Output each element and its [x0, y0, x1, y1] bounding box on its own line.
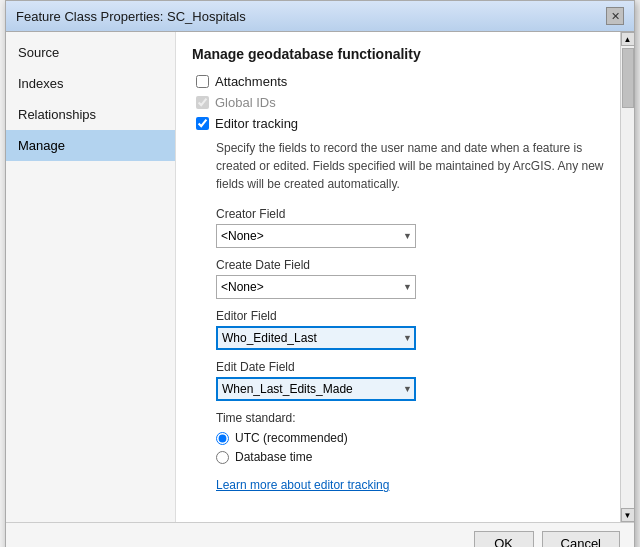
- editor-field-label: Editor Field: [216, 309, 618, 323]
- editor-field-wrapper: Who_Edited_Last: [216, 326, 416, 350]
- editor-tracking-checkbox[interactable]: [196, 117, 209, 130]
- editor-field-select[interactable]: Who_Edited_Last: [216, 326, 416, 350]
- creator-field-label: Creator Field: [216, 207, 618, 221]
- sidebar-item-manage[interactable]: Manage: [6, 130, 175, 161]
- creator-field-select[interactable]: <None>: [216, 224, 416, 248]
- database-time-radio[interactable]: [216, 451, 229, 464]
- sidebar-item-relationships[interactable]: Relationships: [6, 99, 175, 130]
- scrollbar-thumb[interactable]: [622, 48, 634, 108]
- scrollbar-down-arrow[interactable]: ▼: [621, 508, 635, 522]
- title-bar: Feature Class Properties: SC_Hospitals ✕: [6, 1, 634, 32]
- database-time-radio-row: Database time: [216, 450, 618, 464]
- global-ids-label: Global IDs: [215, 95, 276, 110]
- ok-button[interactable]: OK: [474, 531, 534, 547]
- creator-field-group: Creator Field <None>: [192, 207, 618, 248]
- time-standard-label: Time standard:: [216, 411, 618, 425]
- content-title: Manage geodatabase functionality: [192, 46, 618, 62]
- utc-label: UTC (recommended): [235, 431, 348, 445]
- sidebar-item-source[interactable]: Source: [6, 37, 175, 68]
- edit-date-field-label: Edit Date Field: [216, 360, 618, 374]
- utc-radio-row: UTC (recommended): [216, 431, 618, 445]
- edit-date-field-select[interactable]: When_Last_Edits_Made: [216, 377, 416, 401]
- feature-class-properties-dialog: Feature Class Properties: SC_Hospitals ✕…: [5, 0, 635, 547]
- editor-tracking-label: Editor tracking: [215, 116, 298, 131]
- edit-date-field-wrapper: When_Last_Edits_Made: [216, 377, 416, 401]
- create-date-field-label: Create Date Field: [216, 258, 618, 272]
- editor-tracking-description: Specify the fields to record the user na…: [216, 139, 618, 193]
- dialog-body: Source Indexes Relationships Manage Mana…: [6, 32, 634, 522]
- dialog-footer: OK Cancel: [6, 522, 634, 547]
- utc-radio[interactable]: [216, 432, 229, 445]
- scrollbar-track: ▲ ▼: [620, 32, 634, 522]
- sidebar: Source Indexes Relationships Manage: [6, 32, 176, 522]
- global-ids-checkbox[interactable]: [196, 96, 209, 109]
- edit-date-field-group: Edit Date Field When_Last_Edits_Made: [192, 360, 618, 401]
- attachments-checkbox[interactable]: [196, 75, 209, 88]
- close-button[interactable]: ✕: [606, 7, 624, 25]
- database-time-label: Database time: [235, 450, 312, 464]
- time-standard-section: Time standard: UTC (recommended) Databas…: [192, 411, 618, 464]
- create-date-field-group: Create Date Field <None>: [192, 258, 618, 299]
- content-wrapper: Manage geodatabase functionality Attachm…: [176, 32, 634, 522]
- cancel-button[interactable]: Cancel: [542, 531, 620, 547]
- creator-field-wrapper: <None>: [216, 224, 416, 248]
- attachments-label: Attachments: [215, 74, 287, 89]
- editor-tracking-row: Editor tracking: [192, 116, 618, 131]
- create-date-field-wrapper: <None>: [216, 275, 416, 299]
- sidebar-item-indexes[interactable]: Indexes: [6, 68, 175, 99]
- scrollbar-up-arrow[interactable]: ▲: [621, 32, 635, 46]
- global-ids-row: Global IDs: [192, 95, 618, 110]
- attachments-row: Attachments: [192, 74, 618, 89]
- learn-more-link[interactable]: Learn more about editor tracking: [192, 478, 618, 492]
- dialog-title: Feature Class Properties: SC_Hospitals: [16, 9, 246, 24]
- content-area: Manage geodatabase functionality Attachm…: [176, 32, 634, 506]
- create-date-field-select[interactable]: <None>: [216, 275, 416, 299]
- editor-field-group: Editor Field Who_Edited_Last: [192, 309, 618, 350]
